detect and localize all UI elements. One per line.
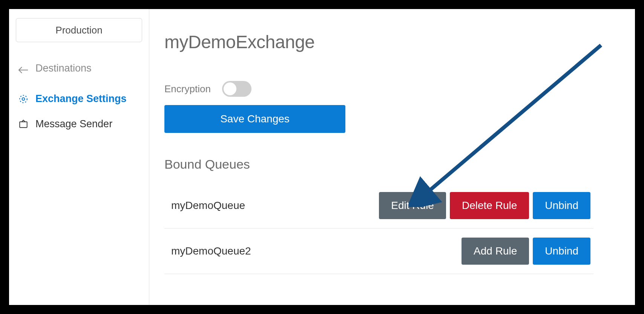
edit-rule-button[interactable]: Edit Rule xyxy=(379,192,446,219)
encryption-toggle[interactable] xyxy=(222,81,251,97)
queue-actions: Edit Rule Delete Rule Unbind xyxy=(379,192,590,219)
sidebar-nav: Exchange Settings Message Sender xyxy=(16,93,142,130)
button-label: Edit Rule xyxy=(391,200,434,212)
button-label: Add Rule xyxy=(474,245,517,257)
delete-rule-button[interactable]: Delete Rule xyxy=(450,192,529,219)
nav-item-label: Exchange Settings xyxy=(35,93,127,105)
queue-name: myDemoQueue2 xyxy=(171,245,251,257)
button-label: Unbind xyxy=(545,245,578,257)
save-changes-button[interactable]: Save Changes xyxy=(164,105,345,133)
page-title: myDemoExchange xyxy=(164,32,593,52)
nav-back-label: Destinations xyxy=(35,62,92,74)
bound-queues-list: myDemoQueue Edit Rule Delete Rule Unbind… xyxy=(164,183,593,274)
save-changes-label: Save Changes xyxy=(220,113,290,125)
queue-name: myDemoQueue xyxy=(171,200,245,212)
sidebar: Production Destinations Exchange Sett xyxy=(9,9,149,305)
toggle-knob xyxy=(224,82,236,95)
nav-item-message-sender[interactable]: Message Sender xyxy=(18,118,142,130)
svg-point-2 xyxy=(20,95,27,103)
gear-icon xyxy=(18,94,29,104)
encryption-row: Encryption xyxy=(164,81,593,97)
svg-point-1 xyxy=(22,98,25,100)
environment-selector[interactable]: Production xyxy=(16,18,142,42)
button-label: Unbind xyxy=(545,200,578,212)
queue-row: myDemoQueue2 Add Rule Unbind xyxy=(164,229,593,274)
environment-selector-label: Production xyxy=(55,24,102,36)
svg-rect-3 xyxy=(20,122,27,127)
app-frame: Production Destinations Exchange Sett xyxy=(9,9,635,305)
nav-back-destinations[interactable]: Destinations xyxy=(16,62,142,74)
nav-item-label: Message Sender xyxy=(35,118,112,130)
main-content: myDemoExchange Encryption Save Changes B… xyxy=(149,9,593,305)
arrow-left-icon xyxy=(18,65,29,72)
unbind-button[interactable]: Unbind xyxy=(533,238,590,265)
queue-actions: Add Rule Unbind xyxy=(462,238,590,265)
add-rule-button[interactable]: Add Rule xyxy=(462,238,529,265)
queue-row: myDemoQueue Edit Rule Delete Rule Unbind xyxy=(164,183,593,229)
bound-queues-heading: Bound Queues xyxy=(164,157,593,172)
unbind-button[interactable]: Unbind xyxy=(533,192,590,219)
button-label: Delete Rule xyxy=(462,200,517,212)
nav-item-exchange-settings[interactable]: Exchange Settings xyxy=(18,93,142,105)
send-icon xyxy=(18,119,29,130)
encryption-label: Encryption xyxy=(164,83,211,95)
